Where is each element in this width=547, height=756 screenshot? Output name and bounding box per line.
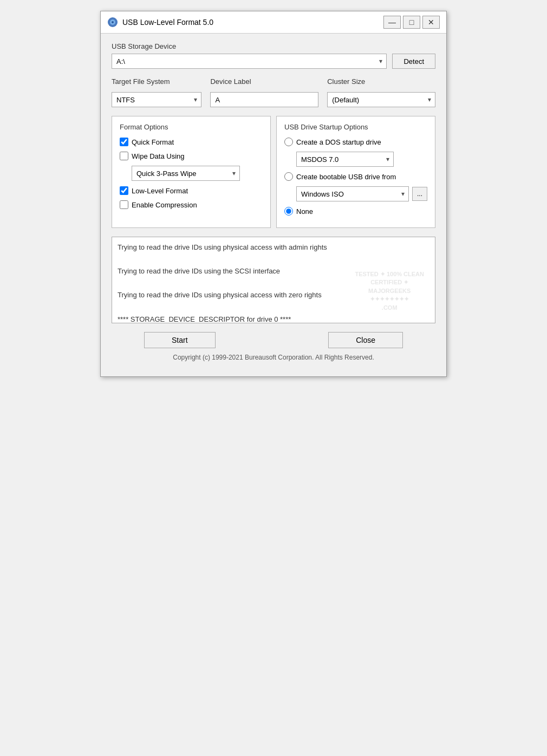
app-close-button[interactable]: Close <box>328 332 403 348</box>
cluster-size-select-wrapper: (Default) 512 1024 2048 4096 <box>327 92 435 107</box>
enable-compression-label: Enable Compression <box>132 201 197 209</box>
format-options-panel: Format Options Quick Format Wipe Data Us… <box>112 116 271 228</box>
panels-row: Format Options Quick Format Wipe Data Us… <box>112 116 435 228</box>
main-content: USB Storage Device A:\ Detect Target Fil… <box>101 34 446 376</box>
low-level-format-item[interactable]: Low-Level Format <box>120 186 263 195</box>
wipe-data-item[interactable]: Wipe Data Using <box>120 152 263 160</box>
dos-version-select-wrapper: MSDOS 7.0 MSDOS 6.22 FreeDOS <box>296 152 394 167</box>
filesystem-label: Target File System <box>112 77 201 86</box>
low-level-format-label: Low-Level Format <box>132 187 188 195</box>
drive-row: A:\ Detect <box>112 54 435 69</box>
bootable-usb-item[interactable]: Create bootable USB drive from <box>284 172 427 181</box>
filesystem-select-wrapper: NTFS FAT32 FAT exFAT <box>112 92 201 107</box>
options-row: Target File System NTFS FAT32 FAT exFAT … <box>112 77 435 107</box>
log-line-2: Trying to read the drive IDs using the S… <box>118 265 429 277</box>
title-bar: USB Low-Level Format 5.0 — □ ✕ <box>101 11 446 34</box>
format-options-title: Format Options <box>120 123 263 131</box>
quick-format-item[interactable]: Quick Format <box>120 138 263 146</box>
startup-options-title: USB Drive Startup Options <box>284 123 427 131</box>
log-line-3 <box>118 277 429 289</box>
low-level-format-checkbox[interactable] <box>120 186 128 195</box>
window-title: USB Low-Level Format 5.0 <box>122 18 213 27</box>
drive-select[interactable]: A:\ <box>112 54 387 69</box>
drive-section-label: USB Storage Device <box>112 42 435 50</box>
minimize-button[interactable]: — <box>383 16 401 29</box>
log-line-5 <box>118 301 429 313</box>
dos-version-wrapper: MSDOS 7.0 MSDOS 6.22 FreeDOS <box>296 152 427 167</box>
dos-startup-label: Create a DOS startup drive <box>296 138 381 146</box>
bootable-usb-label: Create bootable USB drive from <box>296 173 396 181</box>
cluster-size-group: Cluster Size (Default) 512 1024 2048 409… <box>327 77 435 107</box>
dos-startup-item[interactable]: Create a DOS startup drive <box>284 138 427 146</box>
enable-compression-checkbox[interactable] <box>120 200 128 209</box>
device-label-input[interactable] <box>210 92 318 107</box>
wipe-data-label: Wipe Data Using <box>132 152 185 160</box>
log-line-4: Trying to read the drive IDs using physi… <box>118 289 429 301</box>
iso-type-select[interactable]: Windows ISO Linux ISO <box>296 186 409 201</box>
dos-startup-radio[interactable] <box>284 138 293 146</box>
none-radio[interactable] <box>284 207 293 216</box>
none-label: None <box>296 207 313 216</box>
wipe-method-select[interactable]: Quick 3-Pass Wipe DoD 5220.22-M Gutmann <box>132 166 240 181</box>
wipe-method-wrapper: Quick 3-Pass Wipe DoD 5220.22-M Gutmann <box>132 166 263 181</box>
dos-version-select[interactable]: MSDOS 7.0 MSDOS 6.22 FreeDOS <box>296 152 394 167</box>
cluster-size-label: Cluster Size <box>327 77 435 86</box>
bottom-buttons: Start Close <box>112 332 435 348</box>
quick-format-checkbox[interactable] <box>120 138 128 146</box>
svg-point-2 <box>112 21 114 23</box>
browse-button[interactable]: ... <box>412 187 427 201</box>
bootable-row: Windows ISO Linux ISO ... <box>296 186 427 201</box>
cluster-size-select[interactable]: (Default) 512 1024 2048 4096 <box>327 92 435 107</box>
iso-type-select-wrapper: Windows ISO Linux ISO <box>296 186 409 201</box>
copyright: Copyright (c) 1999-2021 Bureausoft Corpo… <box>112 354 435 368</box>
filesystem-select[interactable]: NTFS FAT32 FAT exFAT <box>112 92 201 107</box>
none-item[interactable]: None <box>284 207 427 216</box>
close-button[interactable]: ✕ <box>422 16 440 29</box>
title-bar-controls: — □ ✕ <box>383 16 440 29</box>
filesystem-group: Target File System NTFS FAT32 FAT exFAT <box>112 77 201 107</box>
log-area[interactable]: Trying to read the drive IDs using physi… <box>112 237 435 323</box>
detect-button[interactable]: Detect <box>392 54 435 69</box>
log-line-1 <box>118 253 429 265</box>
start-button[interactable]: Start <box>144 332 216 348</box>
wipe-data-checkbox[interactable] <box>120 152 128 160</box>
main-window: USB Low-Level Format 5.0 — □ ✕ USB Stora… <box>100 11 447 377</box>
title-bar-left: USB Low-Level Format 5.0 <box>107 17 213 28</box>
drive-select-wrapper: A:\ <box>112 54 387 69</box>
wipe-method-select-wrapper: Quick 3-Pass Wipe DoD 5220.22-M Gutmann <box>132 166 240 181</box>
device-label-label: Device Label <box>210 77 318 86</box>
bootable-usb-radio[interactable] <box>284 172 293 181</box>
quick-format-label: Quick Format <box>132 138 174 146</box>
log-line-0: Trying to read the drive IDs using physi… <box>118 242 429 253</box>
startup-options-panel: USB Drive Startup Options Create a DOS s… <box>276 116 435 228</box>
device-label-group: Device Label <box>210 77 318 107</box>
maximize-button[interactable]: □ <box>403 16 420 29</box>
enable-compression-item[interactable]: Enable Compression <box>120 200 263 209</box>
log-line-6: **** STORAGE_DEVICE_DESCRIPTOR for drive… <box>118 314 429 323</box>
app-icon <box>107 17 118 28</box>
